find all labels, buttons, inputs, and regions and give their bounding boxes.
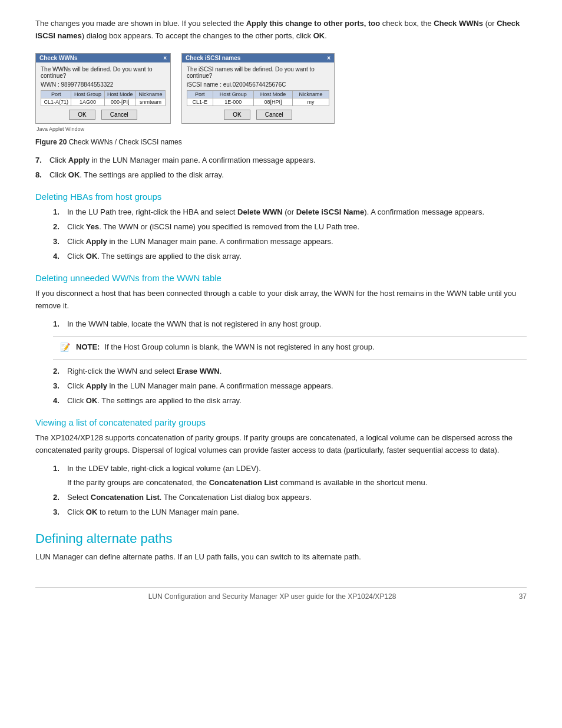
check-wwns-dialog: Check WWNs × The WWNs will be defined. D… (35, 53, 171, 132)
view-step-3-t: Click (67, 508, 86, 516)
check-wwns-description: The WWNs will be defined. Do you want to… (41, 66, 166, 79)
intro-text2: check box, the (380, 19, 434, 28)
wwn-step-2-text: Right-click the WWN and select Erase WWN… (67, 365, 222, 377)
wwn-step-2-t: Right-click the WWN and select (67, 367, 177, 375)
section-heading-viewing: Viewing a list of concatenated parity gr… (35, 417, 527, 427)
wwn-step-3-after: in the LUN Manager main pane. A confirma… (107, 381, 333, 390)
list-item: 8. Click OK. The settings are applied to… (35, 169, 527, 181)
check-wwns-title: Check WWNs (39, 55, 77, 61)
iscsi-col-hostmode: Host Mode (253, 90, 292, 98)
steps-after-figure: 7. Click Apply in the LUN Manager main p… (35, 154, 527, 181)
list-item: 4. Click OK. The settings are applied to… (53, 251, 527, 262)
step-7-bold: Apply (68, 156, 90, 164)
cell-port: CL1-A(71) (41, 98, 71, 106)
col-port: Port (41, 90, 71, 98)
view-step-2-after: . The Concatenation List dialog box appe… (160, 493, 312, 502)
list-item: 2. Select Concatenation List. The Concat… (53, 492, 527, 503)
check-iscsi-buttons: OK Cancel (187, 110, 329, 120)
iscsi-col-hostgroup: Host Group (213, 90, 253, 98)
list-item: 1. In the WWN table, locate the WWN that… (53, 318, 527, 330)
check-wwns-close[interactable]: × (163, 55, 167, 61)
hba-step-3-b: Apply (86, 237, 107, 246)
step-8-bold: OK (68, 170, 80, 179)
check-iscsi-cancel-button[interactable]: Cancel (256, 110, 292, 120)
list-item: 1. In the LDEV table, right-click a logi… (53, 463, 527, 489)
hba-step-3-num: 3. (53, 236, 62, 248)
check-wwns-buttons: OK Cancel (41, 110, 166, 120)
cell-hostgroup: 1AG00 (71, 98, 104, 106)
check-iscsi-titlebar: Check iSCSI names × (182, 54, 334, 62)
check-iscsi-ok-button[interactable]: OK (224, 110, 250, 120)
wwn-step-3-t: Click (67, 381, 86, 390)
check-iscsi-table: Port Host Group Host Mode Nickname CL1-E… (187, 90, 329, 106)
intro-text5: . (325, 31, 327, 40)
view-step-1-sub: If the parity groups are concatenated, t… (67, 475, 427, 489)
intro-paragraph: The changes you made are shown in blue. … (35, 18, 527, 42)
step-8-num: 8. (35, 169, 45, 181)
view-step-1-sub-t: If the parity groups are concatenated, t… (67, 478, 209, 487)
hba-step-4-num: 4. (53, 251, 62, 262)
hba-step-4-t: Click (67, 252, 86, 261)
view-step-2-text: Select Concatenation List. The Concatena… (67, 492, 312, 503)
intro-text4: ) dialog box appears. To accept the chan… (82, 31, 313, 40)
check-wwns-dialog-box: Check WWNs × The WWNs will be defined. D… (35, 53, 171, 124)
check-iscsi-close[interactable]: × (327, 55, 330, 61)
dialogs-row: Check WWNs × The WWNs will be defined. D… (35, 53, 527, 132)
wwn-step-4-t: Click (67, 396, 86, 405)
hba-step-1-t: In the LU Path tree, right-click the HBA… (67, 207, 237, 216)
hba-step-1-b: Delete WWN (237, 207, 283, 216)
page-container: The changes you made are shown in blue. … (0, 0, 562, 624)
view-step-3-num: 3. (53, 506, 62, 518)
deleting-wwns-steps: 1. In the WWN table, locate the WWN that… (35, 318, 527, 330)
hba-step-4-text: Click OK. The settings are applied to th… (67, 251, 242, 262)
list-item: 3. Click Apply in the LUN Manager main p… (53, 236, 527, 248)
check-iscsi-iscsi-label: iSCSI name : eui.020045674425676C (187, 81, 329, 88)
hba-step-4-after: . The settings are applied to the disk a… (97, 252, 242, 261)
check-iscsi-dialog-box: Check iSCSI names × The iSCSI names will… (181, 53, 335, 124)
wwn-step-4-b: OK (86, 396, 98, 405)
table-row: CL1-A(71) 1AG00 000-[PI] snmteam (41, 98, 166, 106)
hba-step-2-num: 2. (53, 221, 62, 233)
defining-body: LUN Manager can define alternate paths. … (35, 551, 527, 564)
wwn-step-3-b: Apply (86, 381, 107, 390)
viewing-steps: 1. In the LDEV table, right-click a logi… (35, 463, 527, 519)
wwn-step-4-after: . The settings are applied to the disk a… (97, 396, 242, 405)
wwn-step-3-num: 3. (53, 380, 62, 392)
note-icon: 📝 (60, 341, 70, 354)
step-7-text1: Click (49, 156, 68, 164)
check-wwns-ok-button[interactable]: OK (69, 110, 95, 120)
wwn-step-3-text: Click Apply in the LUN Manager main pane… (67, 380, 333, 392)
wwn-step-4-num: 4. (53, 395, 62, 407)
hba-step-2-after: . The WWN or (iSCSI name) you specified … (99, 222, 359, 231)
check-iscsi-title: Check iSCSI names (186, 55, 240, 61)
view-step-1-sub-b: Concatenation List (209, 478, 278, 487)
footer-center: LUN Configuration and Security Manager X… (35, 592, 509, 601)
list-item: 3. Click OK to return to the LUN Manager… (53, 506, 527, 518)
deleting-wwns-intro: If you disconnect a host that has been c… (35, 288, 527, 312)
col-nickname: Nickname (136, 90, 166, 98)
hba-step-1-after: ). A confirmation message appears. (364, 207, 484, 216)
view-step-2-num: 2. (53, 492, 62, 503)
note-label: NOTE: (76, 341, 100, 354)
wwn-step-1-text: In the WWN table, locate the WWN that is… (67, 318, 321, 330)
hba-step-3-t: Click (67, 237, 86, 246)
step-7-after: in the LUN Manager main pane. A confirma… (90, 156, 316, 164)
view-step-1-num: 1. (53, 463, 62, 489)
figure-number: Figure 20 (35, 138, 67, 146)
hba-step-1-b2: Delete iSCSI Name (296, 207, 365, 216)
viewing-intro: The XP1024/XP128 supports concatenation … (35, 432, 527, 457)
iscsi-cell-port: CL1-E (187, 98, 213, 106)
deleting-hbas-steps: 1. In the LU Path tree, right-click the … (35, 206, 527, 263)
check-wwns-cancel-button[interactable]: Cancel (101, 110, 137, 120)
iscsi-cell-nickname: my (293, 98, 329, 106)
iscsi-col-port: Port (187, 90, 213, 98)
col-hostmode: Host Mode (104, 90, 136, 98)
deleting-wwns-steps2: 2. Right-click the WWN and select Erase … (35, 365, 527, 407)
table-row: CL1-E 1E-000 08[HPI] my (187, 98, 329, 106)
view-step-1-content: In the LDEV table, right-click a logical… (67, 463, 427, 489)
step-8-text: Click OK. The settings are applied to th… (49, 169, 224, 181)
section-heading-deleting-hbas: Deleting HBAs from host groups (35, 192, 527, 202)
list-item: 1. In the LU Path tree, right-click the … (53, 206, 527, 218)
cell-hostmode: 000-[PI] (104, 98, 136, 106)
view-step-2-t: Select (67, 493, 91, 502)
